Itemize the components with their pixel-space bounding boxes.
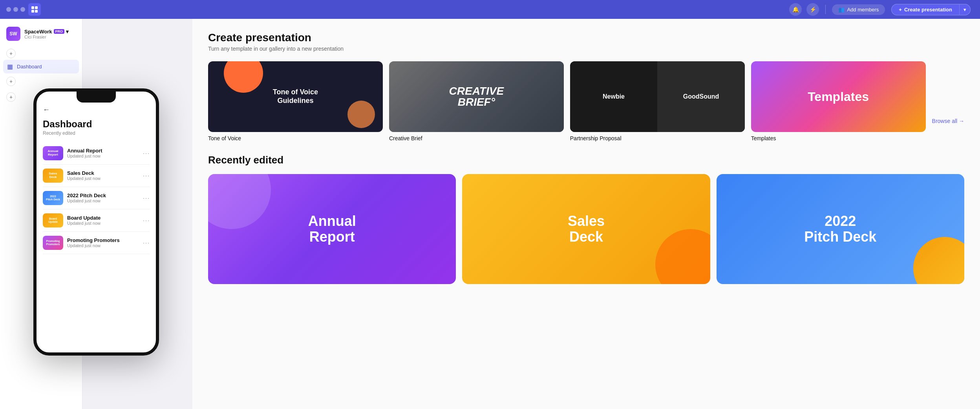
tone-thumb: Tone of VoiceGuidelines xyxy=(208,61,383,132)
item-time: Updated just now xyxy=(67,176,139,181)
annual-thumb: AnnualReport xyxy=(43,146,63,160)
window-maximize[interactable] xyxy=(20,7,25,12)
annual-text: AnnualReport xyxy=(302,207,362,251)
list-item[interactable]: AnnualReport Annual Report Updated just … xyxy=(43,142,150,165)
item-name: Sales Deck xyxy=(67,170,139,176)
recent-grid: AnnualReport SalesDeck 2022Pitch Deck xyxy=(208,174,964,284)
item-menu-button[interactable]: ⋯ xyxy=(143,149,150,158)
window-controls xyxy=(6,7,25,12)
svg-rect-0 xyxy=(31,6,34,9)
item-menu-button[interactable]: ⋯ xyxy=(143,216,150,225)
window-minimize[interactable] xyxy=(13,7,18,12)
item-info: Sales Deck Updated just now xyxy=(67,170,139,181)
add-members-icon: 👥 xyxy=(838,7,845,13)
templates-grid: Tone of VoiceGuidelines Tone of Voice CR… xyxy=(208,61,964,141)
item-info: Promoting Promoters Updated just now xyxy=(67,237,139,248)
templates-label: Templates xyxy=(751,135,776,141)
pitch-thumb: 2022Pitch Deck xyxy=(43,191,63,205)
phone-title: Dashboard xyxy=(43,119,150,130)
phone-notch xyxy=(77,92,116,103)
creative-text: CREATIVEBRIEF° xyxy=(449,86,504,108)
topbar-actions: 🔔 ⚡ xyxy=(789,3,819,16)
item-info: 2022 Pitch Deck Updated just now xyxy=(67,193,139,203)
sales-text: SalesDeck xyxy=(561,207,611,251)
phone-subtitle: Recently edited xyxy=(43,130,150,136)
create-subtitle: Turn any template in our gallery into a … xyxy=(208,46,964,52)
grid-icon xyxy=(31,6,38,13)
notifications-button[interactable]: 🔔 xyxy=(789,3,802,16)
tone-label: Tone of Voice xyxy=(208,135,383,141)
list-item[interactable]: PromotingPromoters Promoting Promoters U… xyxy=(43,232,150,254)
phone-back-button[interactable]: ← xyxy=(43,106,150,114)
create-label: Create presentation xyxy=(904,7,952,13)
recent-card-sales[interactable]: SalesDeck xyxy=(462,174,710,284)
tone-circle1 xyxy=(224,61,263,93)
item-name: Board Update xyxy=(67,215,139,221)
item-time: Updated just now xyxy=(67,221,139,226)
templates-text: Templates xyxy=(808,90,869,104)
item-time: Updated just now xyxy=(67,243,139,248)
item-menu-button[interactable]: ⋯ xyxy=(143,194,150,202)
browse-all-link[interactable]: Browse all → xyxy=(932,79,964,124)
svg-rect-1 xyxy=(35,6,38,9)
topbar: 🔔 ⚡ 👥 Add members + Create presentation … xyxy=(0,0,980,19)
create-presentation-button[interactable]: + Create presentation xyxy=(891,4,959,15)
item-name: Promoting Promoters xyxy=(67,237,139,243)
creative-label: Creative Brief xyxy=(389,135,564,141)
item-time: Updated just now xyxy=(67,198,139,203)
pitch-shape xyxy=(913,237,964,284)
topbar-left xyxy=(0,3,82,16)
app-layout: SW SpaceWork PRO ▾ Cici Frasier + ▦ Dash… xyxy=(0,0,980,409)
phone-mockup: ← Dashboard Recently edited AnnualReport… xyxy=(33,88,159,356)
recent-card-annual[interactable]: AnnualReport xyxy=(208,174,456,284)
creative-thumb: CREATIVEBRIEF° xyxy=(389,61,564,132)
item-menu-button[interactable]: ⋯ xyxy=(143,238,150,247)
partnership-right: GoodSound xyxy=(683,93,719,100)
item-info: Annual Report Updated just now xyxy=(67,148,139,158)
phone-area: ← Dashboard Recently edited AnnualReport… xyxy=(0,19,192,409)
item-name: Annual Report xyxy=(67,148,139,154)
item-name: 2022 Pitch Deck xyxy=(67,193,139,198)
list-item[interactable]: 2022Pitch Deck 2022 Pitch Deck Updated j… xyxy=(43,187,150,209)
annual-circle xyxy=(208,174,271,229)
template-card-tone[interactable]: Tone of VoiceGuidelines Tone of Voice xyxy=(208,61,383,141)
recently-edited-title: Recently edited xyxy=(208,154,964,166)
create-title: Create presentation xyxy=(208,31,964,44)
partnership-left: Newbie xyxy=(603,93,625,100)
templates-thumb: Templates xyxy=(751,61,926,132)
pitch-text: 2022Pitch Deck xyxy=(798,207,883,251)
promoting-thumb: PromotingPromoters xyxy=(43,236,63,250)
svg-rect-2 xyxy=(31,10,34,13)
recent-card-pitch[interactable]: 2022Pitch Deck xyxy=(717,174,964,284)
add-members-label: Add members xyxy=(847,7,879,13)
create-dropdown-button[interactable]: ▾ xyxy=(959,4,971,15)
sales-thumb: SalesDeck xyxy=(43,169,63,183)
board-thumb: BoardUpdate xyxy=(43,213,63,227)
item-time: Updated just now xyxy=(67,154,139,158)
lightning-button[interactable]: ⚡ xyxy=(806,3,819,16)
topbar-right: 🔔 ⚡ 👥 Add members + Create presentation … xyxy=(82,3,980,16)
template-card-partnership[interactable]: Newbie GoodSound Partnership Proposal xyxy=(570,61,745,141)
list-item[interactable]: BoardUpdate Board Update Updated just no… xyxy=(43,209,150,232)
plus-icon: + xyxy=(899,7,902,13)
item-menu-button[interactable]: ⋯ xyxy=(143,171,150,180)
sales-circle xyxy=(655,229,710,284)
main-content: Create presentation Turn any template in… xyxy=(192,19,980,409)
list-item[interactable]: SalesDeck Sales Deck Updated just now ⋯ xyxy=(43,165,150,187)
tone-text: Tone of VoiceGuidelines xyxy=(267,82,324,111)
item-info: Board Update Updated just now xyxy=(67,215,139,226)
phone-content: ← Dashboard Recently edited AnnualReport… xyxy=(37,92,156,352)
window-close[interactable] xyxy=(6,7,11,12)
template-card-creative[interactable]: CREATIVEBRIEF° Creative Brief xyxy=(389,61,564,141)
partnership-label: Partnership Proposal xyxy=(570,135,745,141)
add-members-button[interactable]: 👥 Add members xyxy=(832,4,885,15)
app-icon[interactable] xyxy=(28,3,41,16)
partnership-thumb: Newbie GoodSound xyxy=(570,61,745,132)
template-card-templates[interactable]: Templates Templates xyxy=(751,61,926,141)
svg-rect-3 xyxy=(35,10,38,13)
tone-circle2 xyxy=(347,101,375,128)
